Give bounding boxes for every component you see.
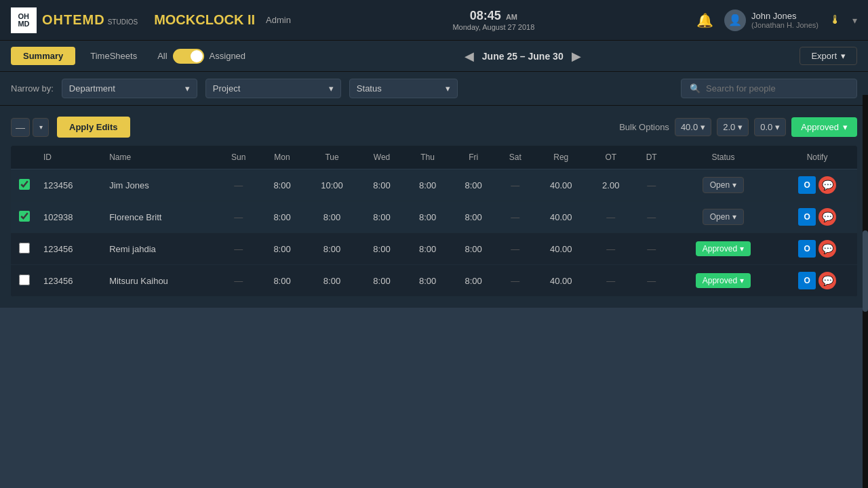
row-notify-cell: O 💬 — [777, 169, 857, 201]
outlook-icon[interactable]: O — [798, 240, 816, 258]
status-badge[interactable]: Approved ▾ — [696, 241, 751, 256]
status-chevron-icon: ▾ — [732, 212, 736, 222]
apply-edits-button[interactable]: Apply Edits — [57, 117, 130, 138]
row-ot: — — [588, 265, 634, 297]
project-select[interactable]: Project ▾ — [205, 79, 341, 98]
user-area[interactable]: 👤 John Jones (Jonathan H. Jones) — [724, 9, 818, 31]
col-sat: Sat — [496, 146, 534, 169]
avatar: 👤 — [724, 9, 746, 31]
topbar-chevron-icon[interactable]: ▾ — [852, 15, 857, 26]
thermometer-icon: 🌡 — [829, 13, 842, 27]
row-checkbox[interactable] — [19, 211, 30, 222]
bulk-options-label: Bulk Options — [619, 122, 669, 132]
bulk-approved-button[interactable]: Approved ▾ — [791, 117, 857, 137]
status-label: Status — [357, 83, 382, 94]
row-reg: 40.00 — [534, 169, 588, 201]
export-button[interactable]: Export ▾ — [800, 47, 857, 65]
row-id: 123456 — [38, 169, 104, 201]
row-name: Jim Jones — [104, 169, 218, 201]
date-range: June 25 – June 30 — [482, 51, 564, 62]
logo-box: OHMD — [11, 7, 37, 33]
next-date-button[interactable]: ▶ — [572, 49, 581, 64]
tab-summary[interactable]: Summary — [11, 47, 75, 65]
search-icon: 🔍 — [690, 83, 701, 94]
row-checkbox-cell — [11, 201, 38, 233]
row-notify-cell: O 💬 — [777, 265, 857, 297]
status-chevron-icon: ▾ — [740, 276, 744, 285]
search-input[interactable] — [706, 83, 842, 94]
chat-icon[interactable]: 💬 — [818, 176, 836, 194]
bulk-ot-chevron-icon: ▾ — [738, 122, 743, 132]
table-row: 102938 Florence Britt — 8:00 8:00 8:00 8… — [11, 201, 857, 233]
col-thu: Thu — [405, 146, 451, 169]
row-sun: — — [218, 233, 259, 265]
logo-area: OHMD OHTEMD STUDIOS MOCKCLOCK II Admin — [11, 7, 291, 33]
row-sat: — — [496, 265, 534, 297]
row-thu: 8:00 — [405, 233, 451, 265]
bulk-dt-select[interactable]: 0.0 ▾ — [754, 118, 786, 136]
row-mon: 8:00 — [259, 233, 305, 265]
row-fri: 8:00 — [450, 201, 496, 233]
bulk-approved-label: Approved — [801, 122, 839, 132]
status-badge[interactable]: Open ▾ — [703, 177, 744, 193]
role-label: Admin — [266, 15, 291, 25]
toolbar: — ▾ Apply Edits Bulk Options 40.0 ▾ 2.0 … — [11, 117, 857, 138]
row-ot: — — [588, 233, 634, 265]
row-checkbox[interactable] — [19, 243, 30, 253]
chat-icon[interactable]: 💬 — [818, 208, 836, 226]
project-chevron-icon: ▾ — [329, 83, 334, 94]
status-select[interactable]: Status ▾ — [349, 79, 458, 98]
row-checkbox-cell — [11, 265, 38, 297]
prev-date-button[interactable]: ◀ — [465, 49, 474, 64]
filterbar: Narrow by: Department ▾ Project ▾ Status… — [0, 72, 868, 106]
bulk-dt-value: 0.0 — [760, 122, 772, 132]
row-mon: 8:00 — [259, 201, 305, 233]
department-select[interactable]: Department ▾ — [62, 79, 197, 98]
col-status: Status — [669, 146, 777, 169]
chat-icon[interactable]: 💬 — [818, 240, 836, 258]
row-wed: 8:00 — [359, 233, 405, 265]
row-fri: 8:00 — [450, 169, 496, 201]
tab-timesheets[interactable]: TimeSheets — [78, 47, 149, 65]
timesheets-table: ID Name Sun Mon Tue Wed Thu Fri Sat Reg … — [11, 146, 857, 297]
col-fri: Fri — [450, 146, 496, 169]
scrollbar-thumb[interactable] — [863, 230, 868, 312]
chat-icon[interactable]: 💬 — [818, 272, 836, 289]
row-dt: — — [634, 265, 669, 297]
row-mon: 8:00 — [259, 169, 305, 201]
main-content: — ▾ Apply Edits Bulk Options 40.0 ▾ 2.0 … — [0, 106, 868, 308]
row-checkbox[interactable] — [19, 274, 30, 285]
row-wed: 8:00 — [359, 265, 405, 297]
row-mon: 8:00 — [259, 265, 305, 297]
select-all-checkbox[interactable]: — — [11, 118, 30, 137]
all-assigned-toggle[interactable] — [173, 49, 204, 64]
row-ot: 2.00 — [588, 169, 634, 201]
row-sat: — — [496, 201, 534, 233]
bulk-reg-select[interactable]: 40.0 ▾ — [675, 118, 711, 136]
bulk-dt-chevron-icon: ▾ — [775, 122, 780, 132]
row-name: Florence Britt — [104, 201, 218, 233]
row-tue: 8:00 — [305, 265, 359, 297]
outlook-icon[interactable]: O — [798, 176, 816, 194]
status-badge[interactable]: Open ▾ — [703, 209, 744, 225]
outlook-icon[interactable]: O — [798, 272, 816, 289]
toggle-assigned-label: Assigned — [210, 51, 245, 61]
row-status-cell: Open ▾ — [669, 201, 777, 233]
col-ot: OT — [588, 146, 634, 169]
user-info: John Jones (Jonathan H. Jones) — [751, 11, 818, 29]
bell-icon[interactable]: 🔔 — [696, 12, 713, 28]
app-name: MOCKCLOCK II — [154, 12, 255, 28]
outlook-icon[interactable]: O — [798, 208, 816, 226]
bulk-ot-select[interactable]: 2.0 ▾ — [717, 118, 749, 136]
bulk-reg-value: 40.0 — [681, 122, 698, 132]
row-status-cell: Approved ▾ — [669, 233, 777, 265]
select-dropdown-button[interactable]: ▾ — [33, 118, 49, 137]
col-wed: Wed — [359, 146, 405, 169]
row-sun: — — [218, 201, 259, 233]
col-mon: Mon — [259, 146, 305, 169]
status-badge[interactable]: Approved ▾ — [696, 273, 751, 288]
select-all-area: — ▾ — [11, 118, 49, 137]
status-chevron-icon: ▾ — [446, 83, 450, 94]
table-row: 123456 Mitsuru Kaihou — 8:00 8:00 8:00 8… — [11, 265, 857, 297]
row-checkbox[interactable] — [19, 179, 30, 190]
